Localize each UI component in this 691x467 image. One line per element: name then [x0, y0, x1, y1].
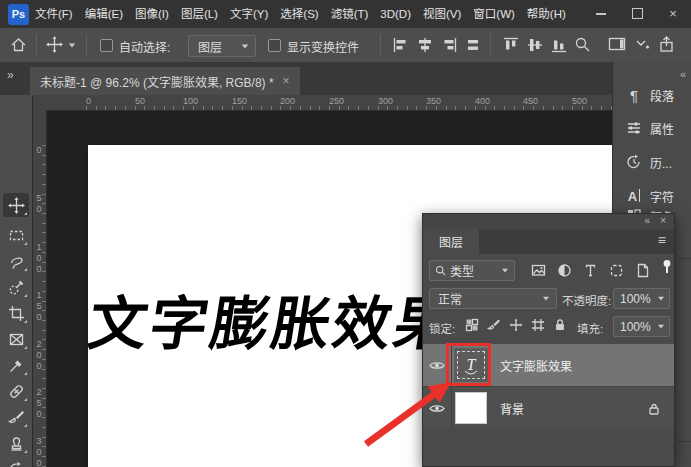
separator: [86, 34, 87, 56]
menu-layer[interactable]: 图层(L): [175, 0, 224, 28]
annotation-highlight-box: [446, 343, 491, 386]
panel-button-history[interactable]: 历...: [613, 149, 691, 175]
menu-3d[interactable]: 3D(D): [374, 0, 417, 28]
filter-smart-objects-icon[interactable]: [635, 263, 650, 278]
menu-edit[interactable]: 编辑(E): [79, 0, 129, 28]
auto-select-dropdown[interactable]: 图层: [188, 35, 256, 57]
opacity-input[interactable]: 100%: [613, 288, 670, 309]
filter-pixel-layers-icon[interactable]: [531, 263, 546, 278]
background-layer-thumbnail[interactable]: [455, 392, 487, 424]
brush-tool[interactable]: [3, 405, 29, 429]
tab-close-icon[interactable]: ×: [283, 74, 290, 88]
auto-select-checkbox[interactable]: [100, 39, 113, 52]
dock-collapse-icon[interactable]: «: [680, 68, 686, 80]
align-top-icon[interactable]: [502, 36, 520, 54]
move-tool[interactable]: [3, 193, 29, 217]
ruler-label: 250: [34, 387, 44, 420]
filter-shape-layers-icon[interactable]: [609, 263, 624, 278]
workspace-icon[interactable]: [608, 36, 626, 52]
menu-image[interactable]: 图像(I): [129, 0, 175, 28]
panel-button-paragraph[interactable]: ¶ 段落: [613, 82, 691, 108]
fill-input[interactable]: 100%: [613, 316, 670, 337]
lock-all-icon[interactable]: [553, 317, 567, 332]
panel-label: 历...: [650, 154, 672, 171]
menu-window[interactable]: 窗口(W): [467, 0, 521, 28]
blend-mode-dropdown[interactable]: 正常: [429, 288, 557, 309]
clone-stamp-tool[interactable]: [3, 431, 29, 455]
chevron-down-icon: [658, 325, 664, 329]
share-icon[interactable]: [658, 36, 675, 53]
distribute-horizontal-icon[interactable]: [464, 36, 482, 54]
chevron-down-icon: [502, 269, 508, 273]
menu-type[interactable]: 文字(Y): [224, 0, 274, 28]
move-tool-icon[interactable]: [46, 36, 63, 53]
move-tool-chevron-icon[interactable]: [69, 44, 75, 48]
filter-adjustment-layers-icon[interactable]: [557, 263, 572, 278]
dock-divider: [677, 441, 691, 442]
auto-select-label: 自动选择:: [119, 38, 170, 55]
fill-label: 填充:: [577, 320, 603, 336]
lock-artboard-icon[interactable]: [531, 318, 545, 332]
menu-view[interactable]: 视图(V): [417, 0, 467, 28]
menu-select[interactable]: 选择(S): [274, 0, 324, 28]
separator: [380, 34, 381, 56]
ruler-label: 50: [135, 96, 145, 106]
document-tab-title: 未标题-1 @ 96.2% (文字膨胀效果, RGB/8) *: [40, 73, 274, 90]
filter-toggle-icon[interactable]: [661, 259, 673, 275]
panel-menu-icon[interactable]: ≡: [658, 232, 666, 248]
lock-position-icon[interactable]: [509, 318, 523, 332]
show-transform-checkbox[interactable]: [268, 39, 281, 52]
ruler-label: 350: [426, 96, 441, 106]
panel-collapse-icon[interactable]: «: [644, 215, 650, 226]
eyedropper-tool[interactable]: [3, 353, 29, 377]
align-left-icon[interactable]: [392, 36, 410, 54]
lock-label: 锁定:: [429, 320, 455, 336]
menu-filter[interactable]: 滤镜(T): [325, 0, 375, 28]
lasso-tool[interactable]: [3, 249, 29, 273]
panel-close-icon[interactable]: ×: [660, 215, 666, 226]
menu-file[interactable]: 文件(F): [29, 0, 79, 28]
layer-filter-value: 类型: [450, 262, 474, 279]
panel-button-properties[interactable]: 属性: [613, 115, 691, 141]
crop-tool[interactable]: [3, 301, 29, 325]
panel-expand-icon[interactable]: »: [7, 68, 13, 82]
history-brush-tool[interactable]: [3, 457, 29, 467]
ruler-label: 200: [34, 339, 44, 372]
align-middle-vertical-icon[interactable]: [526, 36, 544, 54]
ruler-label: 0: [86, 96, 91, 106]
layers-panel-header[interactable]: « ×: [423, 214, 674, 229]
blend-mode-value: 正常: [438, 290, 462, 307]
search-icon[interactable]: [574, 36, 591, 53]
layer-row-background[interactable]: 背景: [423, 386, 674, 429]
align-right-icon[interactable]: [440, 36, 458, 54]
minimize-button[interactable]: [583, 0, 619, 27]
tab-layers[interactable]: 图层: [423, 229, 479, 254]
ruler-label: 0: [34, 145, 44, 156]
spot-healing-brush-tool[interactable]: [3, 379, 29, 403]
quick-selection-tool[interactable]: [3, 275, 29, 299]
close-button[interactable]: ×: [655, 0, 691, 27]
filter-type-layers-icon[interactable]: [583, 263, 598, 278]
lock-transparency-icon[interactable]: [465, 318, 479, 332]
ruler-label: 150: [232, 96, 247, 106]
layer-name: 背景: [500, 400, 524, 417]
maximize-button[interactable]: [619, 0, 655, 27]
chevron-dot-icon[interactable]: [636, 40, 650, 50]
options-bar: 自动选择: 图层 显示变换控件: [0, 28, 691, 63]
visibility-toggle[interactable]: [423, 387, 452, 429]
frame-tool[interactable]: [3, 327, 29, 351]
opacity-label: 不透明度:: [562, 292, 611, 308]
align-bottom-icon[interactable]: [550, 36, 568, 54]
home-icon[interactable]: [10, 36, 27, 53]
layer-filter-dropdown[interactable]: 类型: [429, 260, 515, 281]
lock-pixels-icon[interactable]: [487, 318, 501, 332]
rectangular-marquee-tool[interactable]: [3, 223, 29, 247]
align-center-horizontal-icon[interactable]: [416, 36, 434, 54]
document-tab[interactable]: 未标题-1 @ 96.2% (文字膨胀效果, RGB/8) * ×: [30, 67, 300, 95]
document-tab-bar: » 未标题-1 @ 96.2% (文字膨胀效果, RGB/8) * ×: [0, 62, 612, 95]
menu-bar: Ps 文件(F) 编辑(E) 图像(I) 图层(L) 文字(Y) 选择(S) 滤…: [0, 0, 691, 29]
panel-label: 段落: [650, 87, 674, 104]
menu-help[interactable]: 帮助(H): [521, 0, 572, 28]
auto-select-value: 图层: [198, 38, 222, 55]
vertical-ruler: 0 50 100 150 200 250 300: [32, 110, 47, 467]
